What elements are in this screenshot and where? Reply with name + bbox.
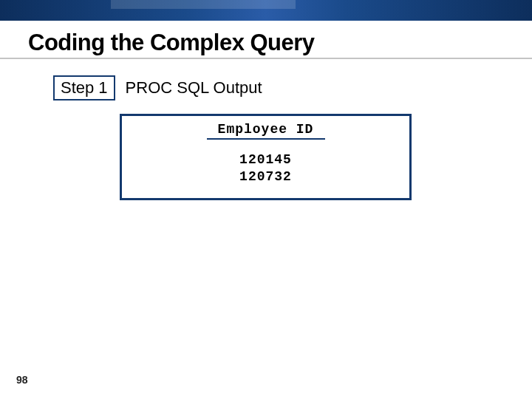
sql-output-box: Employee ID 120145 120732 — [120, 114, 412, 200]
output-header-text: Employee ID — [215, 122, 317, 138]
slide-title: Coding the Complex Query — [28, 30, 504, 56]
output-values: 120145 120732 — [129, 151, 402, 185]
step-subtitle: PROC SQL Output — [126, 78, 262, 98]
step-label-box: Step 1 — [53, 75, 115, 100]
step-row: Step 1 PROC SQL Output — [53, 75, 488, 100]
page-number: 98 — [16, 374, 28, 386]
output-column-header: Employee ID — [129, 122, 402, 138]
header-separator — [207, 138, 325, 140]
content-area: Step 1 PROC SQL Output Employee ID 12014… — [0, 59, 532, 200]
output-value-row: 120145 — [129, 151, 402, 168]
title-area: Coding the Complex Query — [0, 21, 532, 59]
output-value-row: 120732 — [129, 168, 402, 185]
banner-decoration — [0, 0, 532, 21]
